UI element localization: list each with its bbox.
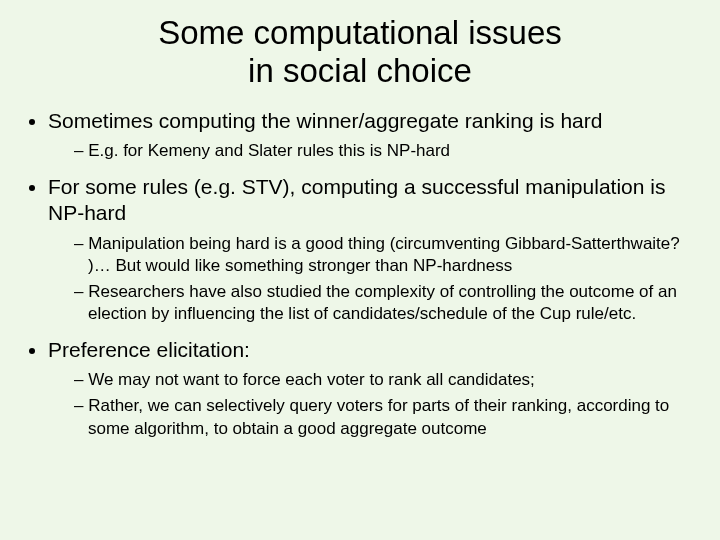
bullet-list: Sometimes computing the winner/aggregate… <box>20 108 700 440</box>
bullet-1-sub-1: E.g. for Kemeny and Slater rules this is… <box>74 140 700 162</box>
title-line-2: in social choice <box>248 52 472 89</box>
bullet-2-sublist: Manipulation being hard is a good thing … <box>48 233 700 325</box>
bullet-3: Preference elicitation: We may not want … <box>48 337 700 440</box>
bullet-3-sub-2: Rather, we can selectively query voters … <box>74 395 700 439</box>
bullet-3-sublist: We may not want to force each voter to r… <box>48 369 700 439</box>
bullet-2-sub-1: Manipulation being hard is a good thing … <box>74 233 700 277</box>
bullet-1-sublist: E.g. for Kemeny and Slater rules this is… <box>48 140 700 162</box>
bullet-1: Sometimes computing the winner/aggregate… <box>48 108 700 162</box>
title-line-1: Some computational issues <box>158 14 562 51</box>
bullet-1-text: Sometimes computing the winner/aggregate… <box>48 109 602 132</box>
bullet-2-sub-2: Researchers have also studied the comple… <box>74 281 700 325</box>
bullet-2-text: For some rules (e.g. STV), computing a s… <box>48 175 665 224</box>
bullet-3-sub-1: We may not want to force each voter to r… <box>74 369 700 391</box>
bullet-2: For some rules (e.g. STV), computing a s… <box>48 174 700 325</box>
slide-title: Some computational issues in social choi… <box>20 14 700 90</box>
slide: Some computational issues in social choi… <box>0 0 720 540</box>
bullet-3-text: Preference elicitation: <box>48 338 250 361</box>
